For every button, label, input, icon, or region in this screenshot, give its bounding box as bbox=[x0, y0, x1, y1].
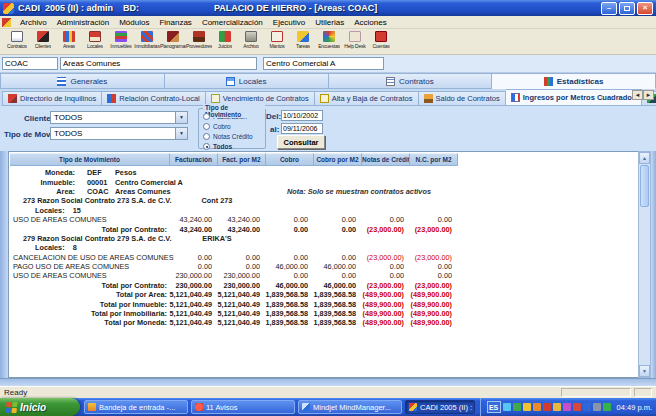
radio-label: Cobro bbox=[213, 123, 231, 130]
vertical-scrollbar[interactable]: ▲ ▼ bbox=[638, 151, 651, 378]
encuestas-button[interactable]: Encuestas bbox=[316, 30, 342, 54]
menu-item-ejecutivo[interactable]: Ejecutivo bbox=[268, 18, 310, 27]
taskbar-button-cadi-2005-ii-adm[interactable]: CADI 2005 (II) : adm... bbox=[405, 400, 475, 414]
date-to-input[interactable] bbox=[281, 123, 323, 134]
area-name-input[interactable] bbox=[60, 57, 257, 70]
building-input[interactable] bbox=[263, 57, 384, 70]
cell-value: 5,121,040.49 bbox=[217, 290, 265, 299]
inmuebles-button[interactable]: Inmuebles bbox=[108, 30, 134, 54]
subtab-alta-y-baja-de-contratos[interactable]: Alta y Baja de Contratos bbox=[315, 91, 419, 106]
column-header-n-c-por-m2[interactable]: N.C. por M2 bbox=[410, 153, 458, 166]
cuentas-button[interactable]: Cuentas bbox=[368, 30, 394, 54]
column-header-cobro-por-m2[interactable]: Cobro por M2 bbox=[314, 153, 362, 166]
column-header-facturacion[interactable]: Facturación bbox=[170, 153, 218, 166]
tray-icon[interactable] bbox=[583, 403, 591, 411]
locales-label: Locales: 8 bbox=[9, 243, 169, 252]
taskbar-button-mindjet-mindmanager[interactable]: Mindjet MindManager... bbox=[298, 400, 402, 414]
chevron-down-icon[interactable]: ▼ bbox=[175, 128, 187, 139]
radio-notas-credito[interactable]: Notas Crédito bbox=[203, 132, 265, 141]
locales-button[interactable]: Locales bbox=[82, 30, 108, 54]
scroll-up-icon[interactable]: ▲ bbox=[639, 152, 650, 164]
tray-icon[interactable] bbox=[503, 403, 511, 411]
tray-icon[interactable] bbox=[513, 403, 521, 411]
tab-locales[interactable]: Locales bbox=[165, 73, 329, 89]
subtab-ingresos-por-metros-cuadrados[interactable]: Ingresos por Metros Cuadrados bbox=[506, 89, 642, 106]
tab-estadisticas[interactable]: Estadísticas bbox=[492, 73, 656, 89]
planogramas-button[interactable]: Planogramas bbox=[160, 30, 186, 54]
restore-button[interactable] bbox=[619, 2, 635, 15]
app-icon bbox=[3, 3, 14, 14]
menu-item-acciones[interactable]: Acciones bbox=[349, 18, 391, 27]
cell-value: 0.00 bbox=[409, 271, 457, 280]
close-button[interactable]: × bbox=[637, 2, 653, 15]
column-header-notas-de-credito[interactable]: Notas de Crédito bbox=[362, 153, 410, 166]
taskbar-button-bandeja-de-entrada[interactable]: Bandeja de entrada -... bbox=[84, 400, 188, 414]
menu-item-archivo[interactable]: Archivo bbox=[15, 18, 52, 27]
minimize-button[interactable]: – bbox=[601, 2, 617, 15]
mindmap-icon bbox=[302, 403, 310, 411]
tab-contratos[interactable]: Contratos bbox=[329, 73, 493, 89]
tab-generales[interactable]: Generales bbox=[0, 73, 165, 89]
archivo-button[interactable]: Archivo bbox=[238, 30, 264, 54]
date-from-input[interactable] bbox=[281, 110, 323, 121]
radio-todos[interactable]: Todos bbox=[203, 142, 265, 151]
mantos-button[interactable]: Mantos bbox=[264, 30, 290, 54]
column-header-cobro[interactable]: Cobro bbox=[266, 153, 314, 166]
alert-icon bbox=[195, 403, 203, 411]
radio-cobro[interactable]: Cobro bbox=[203, 122, 265, 131]
scroll-down-icon[interactable]: ▼ bbox=[639, 365, 650, 377]
menu-item-finanzas[interactable]: Finanzas bbox=[154, 18, 196, 27]
tray-icon[interactable] bbox=[603, 403, 611, 411]
chevron-down-icon[interactable]: ▼ bbox=[175, 112, 187, 123]
title-bar: CADI 2005 (II) : admin BD: PALACIO DE HI… bbox=[0, 0, 656, 16]
tray-icon[interactable] bbox=[523, 403, 531, 411]
cell-value: (489,900.00) bbox=[409, 318, 457, 327]
language-indicator[interactable]: ES bbox=[487, 401, 501, 413]
tray-icon[interactable] bbox=[593, 403, 601, 411]
proveedores-button[interactable]: Proveedores bbox=[186, 30, 212, 54]
cliente-select[interactable]: TODOS ▼ bbox=[50, 111, 188, 124]
tareas-button[interactable]: Tareas bbox=[290, 30, 316, 54]
menu-item-modulos[interactable]: Módulos bbox=[114, 18, 154, 27]
scrollbar-thumb[interactable] bbox=[640, 165, 649, 207]
column-header-fact-por-m2[interactable]: Fact. por M2 bbox=[218, 153, 266, 166]
taskbar-button-11-avisos[interactable]: 11 Avisos bbox=[191, 400, 295, 414]
consultar-button[interactable]: Consultar bbox=[277, 135, 325, 149]
table-row: USO DE AREAS COMUNES43,240.0043,240.000.… bbox=[9, 215, 638, 224]
clock[interactable]: 04:49 p.m. bbox=[617, 403, 652, 412]
clientes-button[interactable]: Clientes bbox=[30, 30, 56, 54]
contratos-button[interactable]: Contratos bbox=[4, 30, 30, 54]
tray-icon[interactable] bbox=[563, 403, 571, 411]
tray-icon[interactable] bbox=[543, 403, 551, 411]
tab-scroll-left-icon[interactable]: ◄ bbox=[632, 90, 643, 100]
area-code-input[interactable] bbox=[2, 57, 58, 70]
cell-value: 1,839,568.58 bbox=[265, 300, 313, 309]
start-button[interactable]: Inicio bbox=[0, 398, 80, 416]
tab-scroll-right-icon[interactable]: ► bbox=[643, 90, 654, 100]
juicios-button[interactable]: Juicios bbox=[212, 30, 238, 54]
cell-value: 46,000.00 bbox=[313, 262, 361, 271]
taskbar-button-label: Mindjet MindManager... bbox=[313, 403, 391, 412]
tipo-mov-select[interactable]: TODOS ▼ bbox=[50, 127, 188, 140]
cell-value: 1,839,568.58 bbox=[265, 318, 313, 327]
column-header-tipo-de-movimiento[interactable]: Tipo de Movimiento bbox=[10, 153, 170, 166]
subtab-directorio-de-inquilinos[interactable]: Directorio de Inquilinos bbox=[2, 91, 102, 106]
help-desk-button[interactable]: Help Desk bbox=[342, 30, 368, 54]
tray-icon[interactable] bbox=[533, 403, 541, 411]
inmobiliarias-button[interactable]: Inmobiliarias bbox=[134, 30, 160, 54]
scrollbar-track[interactable] bbox=[639, 208, 650, 365]
menu-item-comercializacion[interactable]: Comercialización bbox=[197, 18, 268, 27]
contract-label: 273 Razon Social Contrato 273 S.A. de C.… bbox=[9, 196, 169, 205]
subtab-relacion-contrato-local[interactable]: Relación Contrato-Local bbox=[102, 91, 205, 106]
table-row: PAGO USO DE AREAS COMUNES0.000.0046,000.… bbox=[9, 262, 638, 271]
cell-value: 46,000.00 bbox=[265, 262, 313, 271]
grid-icon bbox=[57, 77, 66, 86]
subtab-saldo-de-contratos[interactable]: Saldo de Contratos bbox=[419, 91, 506, 106]
tray-icon[interactable] bbox=[553, 403, 561, 411]
row-label: Total por Contrato: bbox=[9, 281, 169, 290]
menu-item-utilerias[interactable]: Utilerias bbox=[310, 18, 349, 27]
tray-icon[interactable] bbox=[573, 403, 581, 411]
cell-value: 0.00 bbox=[313, 225, 361, 234]
menu-item-administracion[interactable]: Administración bbox=[52, 18, 114, 27]
areas-button[interactable]: Areas bbox=[56, 30, 82, 54]
